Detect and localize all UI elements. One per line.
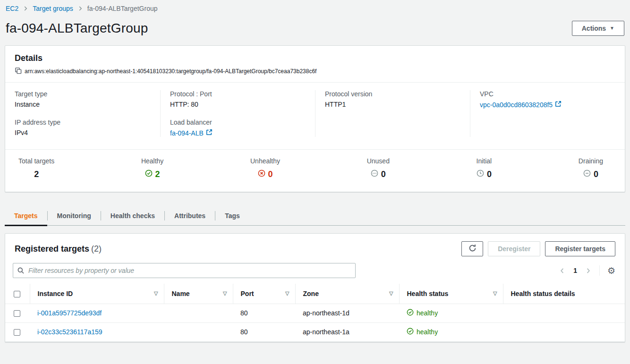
name-cell	[164, 304, 233, 322]
column-header-health-status-details: Health status details	[503, 284, 625, 304]
ip-address-type-label: IP address type	[15, 119, 151, 126]
row-checkbox[interactable]	[14, 329, 20, 336]
breadcrumb-target-groups[interactable]: Target groups	[33, 5, 73, 12]
port-cell: 80	[233, 322, 295, 341]
column-header-zone[interactable]: Zone▽	[295, 284, 399, 304]
details-column-2: Protocol : Port HTTP: 80 Load balancer f…	[160, 90, 315, 137]
instance-id-link[interactable]: i-001a5957725de93df	[37, 309, 102, 317]
page-header: fa-094-ALBTargetGroup Actions ▼	[0, 12, 630, 36]
table-row: i-001a5957725de93df 80 ap-northeast-1d h…	[5, 304, 625, 322]
sort-icon[interactable]: ▽	[154, 290, 158, 296]
copy-icon[interactable]	[15, 67, 22, 76]
unused-label: Unused	[367, 157, 390, 165]
tab-bar: Targets Monitoring Health checks Attribu…	[5, 206, 625, 226]
health-status-text: healthy	[417, 328, 438, 336]
zone-cell: ap-northeast-1a	[295, 322, 399, 341]
sort-icon[interactable]: ▽	[493, 290, 497, 296]
table-header-row: Instance ID▽ Name▽ Port▽ Zone▽ Health st…	[5, 284, 625, 304]
registered-targets-count: (2)	[91, 244, 102, 254]
minus-circle-icon	[583, 169, 591, 179]
row-checkbox[interactable]	[14, 310, 20, 317]
breadcrumb-current: fa-094-ALBTargetGroup	[87, 5, 158, 12]
instance-id-link[interactable]: i-02c33c5236117a159	[37, 328, 102, 336]
protocol-version-label: Protocol version	[325, 90, 460, 98]
select-all-checkbox[interactable]	[14, 291, 20, 297]
sort-icon[interactable]: ▽	[223, 290, 227, 296]
page-title: fa-094-ALBTargetGroup	[6, 21, 148, 36]
sort-icon[interactable]: ▽	[389, 290, 393, 296]
check-circle-icon	[407, 309, 414, 317]
health-status-text: healthy	[417, 309, 438, 317]
breadcrumb: EC2 Target groups fa-094-ALBTargetGroup	[0, 0, 630, 12]
column-label: Instance ID	[38, 290, 73, 297]
divider	[599, 265, 600, 276]
stat-unhealthy: Unhealthy 0	[250, 157, 280, 179]
details-header: Details arn:aws:elasticloadbalancing:ap-…	[5, 46, 625, 82]
search-icon	[17, 267, 25, 276]
sort-icon[interactable]: ▽	[285, 290, 289, 296]
x-circle-icon	[258, 169, 265, 179]
initial-label: Initial	[477, 157, 492, 165]
current-page-number[interactable]: 1	[571, 267, 579, 274]
zone-cell: ap-northeast-1d	[295, 304, 399, 322]
initial-value: 0	[487, 169, 492, 179]
protocol-port-value: HTTP: 80	[170, 101, 306, 108]
port-cell: 80	[233, 304, 295, 322]
pagination: 1 ⚙	[559, 265, 615, 276]
chevron-right-icon	[22, 5, 29, 12]
vpc-label: VPC	[480, 90, 615, 98]
register-targets-button[interactable]: Register targets	[545, 241, 615, 256]
tab-targets[interactable]: Targets	[5, 206, 47, 225]
check-circle-icon	[407, 328, 414, 336]
vpc-link-text: vpc-0a0d0cd86038208f5	[480, 101, 553, 109]
check-circle-icon	[145, 169, 153, 179]
healthy-value: 2	[155, 169, 160, 179]
column-header-health-status[interactable]: Health status▽	[399, 284, 503, 304]
column-header-instance-id[interactable]: Instance ID▽	[30, 284, 164, 304]
target-type-label: Target type	[15, 90, 151, 98]
load-balancer-link[interactable]: fa-094-ALB	[170, 129, 213, 137]
draining-label: Draining	[579, 157, 603, 165]
details-column-1: Target type Instance IP address type IPv…	[5, 90, 160, 137]
stat-healthy: Healthy 2	[141, 157, 163, 179]
refresh-button[interactable]	[461, 241, 483, 256]
breadcrumb-ec2[interactable]: EC2	[6, 5, 18, 12]
next-page-button[interactable]	[585, 267, 592, 274]
registered-targets-title: Registered targets	[15, 244, 89, 254]
ellipsis-circle-icon	[371, 169, 378, 179]
tab-attributes[interactable]: Attributes	[165, 206, 215, 225]
tab-monitoring[interactable]: Monitoring	[48, 206, 101, 225]
details-grid: Target type Instance IP address type IPv…	[5, 83, 625, 149]
target-group-arn: arn:aws:elasticloadbalancing:ap-northeas…	[25, 68, 316, 75]
column-label: Port	[241, 290, 254, 297]
ip-address-type-value: IPv4	[15, 129, 151, 136]
column-header-port[interactable]: Port▽	[233, 284, 295, 304]
column-header-name[interactable]: Name▽	[164, 284, 233, 304]
vpc-link[interactable]: vpc-0a0d0cd86038208f5	[480, 101, 562, 109]
total-targets-value: 2	[34, 169, 39, 179]
unhealthy-label: Unhealthy	[250, 157, 280, 165]
name-cell	[164, 322, 233, 341]
previous-page-button[interactable]	[559, 267, 566, 274]
external-link-icon	[206, 129, 213, 137]
tab-tags[interactable]: Tags	[215, 206, 249, 225]
health-status-cell: healthy	[407, 309, 438, 317]
health-details-cell	[503, 322, 625, 341]
column-label: Health status details	[511, 290, 575, 297]
total-targets-label: Total targets	[18, 157, 54, 165]
details-column-3: Protocol version HTTP1	[315, 90, 470, 137]
unused-value: 0	[381, 169, 386, 179]
actions-button[interactable]: Actions ▼	[572, 21, 624, 36]
column-label: Health status	[407, 290, 449, 297]
health-details-cell	[503, 304, 625, 322]
external-link-icon	[555, 101, 562, 109]
draining-value: 0	[594, 169, 598, 179]
protocol-version-value: HTTP1	[325, 101, 460, 108]
details-column-4: VPC vpc-0a0d0cd86038208f5	[470, 90, 625, 137]
settings-gear-icon[interactable]: ⚙	[607, 266, 615, 275]
target-type-value: Instance	[15, 101, 151, 108]
filter-input[interactable]	[13, 263, 356, 278]
column-label: Zone	[303, 290, 319, 297]
deregister-button[interactable]: Deregister	[488, 241, 540, 256]
tab-health-checks[interactable]: Health checks	[101, 206, 164, 225]
